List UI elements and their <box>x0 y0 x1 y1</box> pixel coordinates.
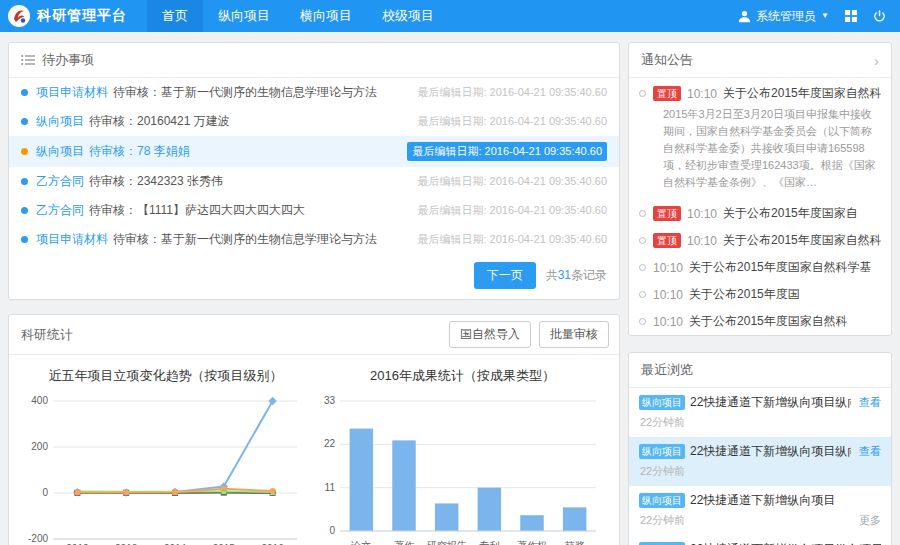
svg-text:11: 11 <box>325 482 336 493</box>
chevron-right-icon[interactable]: › <box>874 53 879 68</box>
notice-item[interactable]: 置顶 10:10 关于公布2015年度国家自然科学基 <box>629 227 891 254</box>
todo-text: 待审核：基于新一代测序的生物信息学理论与方法 <box>113 231 377 248</box>
todo-item-selected[interactable]: 纵向项目 待审核：78 李娟娟 最后编辑日期: 2016-04-21 09:35… <box>9 136 619 167</box>
pinned-badge: 置顶 <box>653 233 681 248</box>
nsfc-import-button[interactable]: 国自然导入 <box>449 321 531 348</box>
bullet-icon <box>639 318 646 325</box>
todo-item[interactable]: 项目申请材料 待审核：基于新一代测序的生物信息学理论与方法 最后编辑日期: 20… <box>9 78 619 107</box>
user-icon <box>738 10 751 23</box>
notice-body: 2015年3月2日至3月20日项目申报集中接收期间，国家自然科学基金委员会（以下… <box>663 106 877 191</box>
notices-title: 通知公告 <box>641 51 693 69</box>
stats-title: 科研统计 <box>21 326 73 344</box>
todo-text: 待审核：基于新一代测序的生物信息学理论与方法 <box>113 84 377 101</box>
svg-text:获奖: 获奖 <box>564 540 585 545</box>
recent-line: 纵向项目 22快捷通道下新增纵向项目纵向项目纵向项目 <box>639 541 881 545</box>
notice-title: 关于公布2015年度国 <box>689 286 881 303</box>
notice-time: 10:10 <box>653 261 683 275</box>
stats-panel: 科研统计 国自然导入 批量审核 近五年项目立项变化趋势（按项目级别） -2000… <box>8 314 620 545</box>
todo-text: 待审核：2342323 张秀伟 <box>89 173 223 190</box>
recent-line: 纵向项目 22快捷通道下新增纵向项目纵向项目纵向项目 查看 <box>639 443 881 460</box>
svg-text:著作权: 著作权 <box>517 540 547 545</box>
main-nav: 首页 纵向项目 横向项目 校级项目 <box>147 0 449 32</box>
notice-time: 10:10 <box>653 288 683 302</box>
bullet-icon <box>21 178 28 185</box>
todo-item[interactable]: 乙方合同 待审核：2342323 张秀伟 最后编辑日期: 2016-04-21 … <box>9 167 619 196</box>
todo-text: 待审核：【1111】萨达四大四大四大四大 <box>89 202 305 219</box>
recent-item-title: 22快捷通道下新增纵向项目纵向项目 <box>690 394 851 411</box>
svg-text:33: 33 <box>324 395 336 406</box>
category-badge: 纵向项目 <box>639 444 685 459</box>
todo-item[interactable]: 纵向项目 待审核：20160421 万建波 最后编辑日期: 2016-04-21… <box>9 107 619 136</box>
recent-title: 最近浏览 <box>641 361 693 379</box>
user-menu[interactable]: 系统管理员 ▼ <box>738 8 829 25</box>
recent-line: 纵向项目 22快捷通道下新增纵向项目 <box>639 492 881 509</box>
notice-title: 关于公布2015年度国家自然科学基 <box>723 85 881 102</box>
todo-category: 项目申请材料 <box>36 231 108 248</box>
nav-item-horizontal-projects[interactable]: 横向项目 <box>285 0 367 32</box>
recent-line: 22分钟前 <box>639 415 881 430</box>
svg-text:22: 22 <box>324 438 336 449</box>
bullet-icon <box>639 90 646 97</box>
bullet-icon <box>639 264 646 271</box>
view-link[interactable]: 查看 <box>859 395 881 410</box>
nav-item-school-projects[interactable]: 校级项目 <box>367 0 449 32</box>
batch-review-button[interactable]: 批量审核 <box>539 321 609 348</box>
app-logo <box>8 5 30 27</box>
todo-date: 最后编辑日期: 2016-04-21 09:35:40.60 <box>407 203 607 218</box>
todo-panel: 待办事项 项目申请材料 待审核：基于新一代测序的生物信息学理论与方法 最后编辑日… <box>8 42 620 300</box>
more-link[interactable]: 更多 <box>859 513 881 528</box>
line-chart-title: 近五年项目立项变化趋势（按项目级别） <box>17 363 314 393</box>
bullet-icon <box>21 118 28 125</box>
charts-area: 近五年项目立项变化趋势（按项目级别） -20002004002012201320… <box>9 355 619 545</box>
todo-footer: 下一页 共31条记录 <box>9 254 619 299</box>
notice-item[interactable]: 置顶 10:10 关于公布2015年度国家自 <box>629 200 891 227</box>
recent-panel: 最近浏览 纵向项目 22快捷通道下新增纵向项目纵向项目 查看 22分钟前 纵向项… <box>628 352 892 545</box>
notice-title: 关于公布2015年度国家自然科 <box>689 313 881 330</box>
list-icon <box>21 54 35 66</box>
todo-item[interactable]: 项目申请材料 待审核：基于新一代测序的生物信息学理论与方法 最后编辑日期: 20… <box>9 225 619 254</box>
stats-buttons: 国自然导入 批量审核 <box>449 321 609 348</box>
notice-item[interactable]: 10:10 关于公布2015年度国家自然科学基 <box>629 254 891 281</box>
svg-text:研究报告: 研究报告 <box>427 540 468 545</box>
nav-item-home[interactable]: 首页 <box>147 0 203 32</box>
todo-category: 纵向项目 <box>36 143 84 160</box>
todo-text: 待审核：78 李娟娟 <box>89 143 190 160</box>
todo-date: 最后编辑日期: 2016-04-21 09:35:40.60 <box>407 85 607 100</box>
apps-grid-icon[interactable] <box>845 10 857 22</box>
todo-category: 纵向项目 <box>36 113 84 130</box>
todo-title: 待办事项 <box>42 51 94 69</box>
recent-item[interactable]: 纵向项目 22快捷通道下新增纵向项目纵向项目 查看 22分钟前 <box>629 388 891 437</box>
todo-date: 最后编辑日期: 2016-04-21 09:35:40.60 <box>407 142 607 161</box>
recent-header: 最近浏览 <box>629 353 891 388</box>
notices-header: 通知公告 › <box>629 43 891 78</box>
todo-text: 待审核：20160421 万建波 <box>89 113 230 130</box>
view-link[interactable]: 查看 <box>859 444 881 459</box>
recent-time: 22分钟前 <box>639 415 685 430</box>
notice-time: 10:10 <box>687 234 717 248</box>
right-column: 通知公告 › 置顶 10:10 关于公布2015年度国家自然科学基 2015年3… <box>628 42 892 545</box>
bar-chart-title: 2016年成果统计（按成果类型） <box>314 363 611 393</box>
line-chart: 近五年项目立项变化趋势（按项目级别） -20002004002012201320… <box>17 363 314 545</box>
todo-category: 乙方合同 <box>36 202 84 219</box>
nav-item-vertical-projects[interactable]: 纵向项目 <box>203 0 285 32</box>
stats-header: 科研统计 国自然导入 批量审核 <box>9 315 619 355</box>
power-icon[interactable] <box>873 10 886 23</box>
recent-item[interactable]: 纵向项目 22快捷通道下新增纵向项目 22分钟前 更多 <box>629 486 891 535</box>
notice-item[interactable]: 10:10 关于公布2015年度国 <box>629 281 891 308</box>
notice-item[interactable]: 10:10 关于公布2015年度国家自然科 <box>629 308 891 335</box>
svg-text:专利: 专利 <box>479 540 499 545</box>
bullet-icon <box>21 89 28 96</box>
recent-item-title: 22快捷通道下新增纵向项目纵向项目纵向项目 <box>690 541 881 545</box>
recent-item[interactable]: 纵向项目 22快捷通道下新增纵向项目纵向项目纵向项目 22分钟前 更多 <box>629 535 891 545</box>
todo-item[interactable]: 乙方合同 待审核：【1111】萨达四大四大四大四大 最后编辑日期: 2016-0… <box>9 196 619 225</box>
category-badge: 纵向项目 <box>639 395 685 410</box>
top-navbar: 科研管理平台 首页 纵向项目 横向项目 校级项目 系统管理员 ▼ <box>0 0 900 32</box>
notice-item[interactable]: 置顶 10:10 关于公布2015年度国家自然科学基 2015年3月2日至3月2… <box>629 78 891 200</box>
app-title: 科研管理平台 <box>37 7 127 25</box>
svg-text:论文: 论文 <box>350 540 371 545</box>
notice-time: 10:10 <box>687 87 717 101</box>
recent-item-selected[interactable]: 纵向项目 22快捷通道下新增纵向项目纵向项目纵向项目 查看 22分钟前 <box>629 437 891 486</box>
total-records: 共31条记录 <box>546 267 607 284</box>
next-page-button[interactable]: 下一页 <box>474 262 536 289</box>
recent-time: 22分钟前 <box>639 464 685 479</box>
